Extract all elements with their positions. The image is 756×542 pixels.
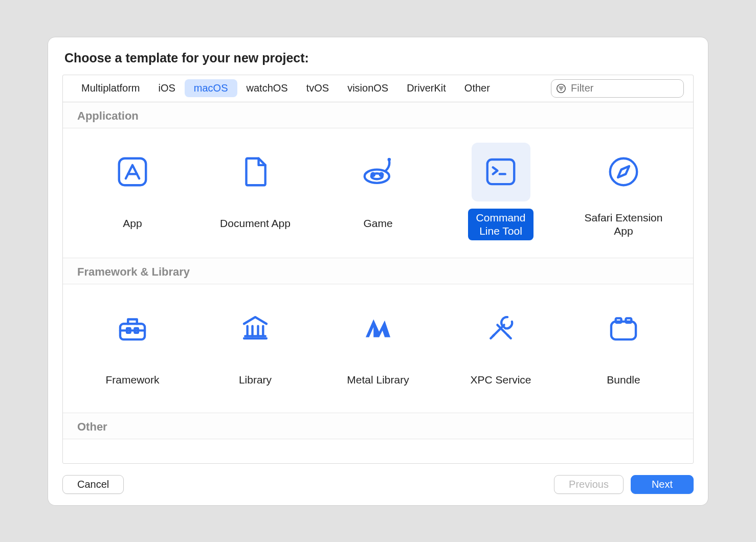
template-chooser-sheet: Choose a template for your new project: …	[48, 37, 708, 505]
chip-icon	[594, 454, 653, 463]
template-label: Framework	[97, 365, 167, 395]
template-label: Document App	[212, 209, 299, 239]
template-label: Command Line Tool	[468, 209, 534, 241]
tools-icon	[472, 299, 530, 357]
tab-macos[interactable]: macOS	[185, 79, 237, 97]
framework-grid: Framework Library	[63, 284, 693, 413]
template-label: App	[115, 209, 150, 239]
tab-visionos[interactable]: visionOS	[338, 79, 397, 97]
template-label: XPC Service	[462, 365, 539, 395]
template-game[interactable]: Game	[317, 139, 439, 245]
svg-point-13	[610, 159, 637, 186]
app-icon	[103, 143, 162, 201]
filter-input[interactable]	[570, 82, 679, 95]
template-library[interactable]: Library	[194, 295, 317, 399]
template-bundle[interactable]: Bundle	[562, 295, 685, 399]
other-grid	[63, 439, 693, 463]
svg-rect-24	[611, 321, 636, 339]
toolbox-icon	[103, 299, 162, 357]
metal-icon	[349, 299, 408, 357]
speaker-icon	[103, 454, 162, 463]
tab-multiplatform[interactable]: Multiplatform	[72, 79, 149, 97]
next-button[interactable]: Next	[631, 475, 694, 494]
game-icon	[349, 143, 408, 201]
terminal-icon	[472, 143, 530, 201]
template-xpc-service[interactable]: XPC Service	[439, 295, 562, 399]
tab-driverkit[interactable]: DriverKit	[397, 79, 455, 97]
package-icon	[472, 454, 530, 463]
template-label: Bundle	[598, 365, 648, 395]
section-header-framework: Framework & Library	[63, 258, 693, 284]
template-other-3[interactable]	[317, 449, 439, 463]
template-framework[interactable]: Framework	[71, 295, 194, 399]
tab-other-platform[interactable]: Other	[455, 79, 499, 97]
svg-rect-4	[119, 159, 146, 186]
sheet-footer: Cancel Previous Next	[62, 464, 694, 494]
template-label: Safari Extension App	[576, 209, 671, 241]
library-icon	[226, 299, 285, 357]
template-label: Metal Library	[339, 365, 417, 395]
template-other-2[interactable]	[194, 449, 317, 463]
compass-icon	[594, 143, 653, 201]
template-label: Game	[355, 209, 401, 239]
svg-point-8	[371, 173, 374, 176]
template-other-4[interactable]	[439, 449, 562, 463]
svg-point-10	[388, 158, 391, 162]
template-metal-library[interactable]: Metal Library	[317, 295, 439, 399]
template-panel: Multiplatform iOS macOS watchOS tvOS vis…	[62, 75, 694, 464]
template-label: Library	[231, 365, 280, 395]
template-scroll[interactable]: Application App	[63, 102, 693, 463]
download-icon	[349, 454, 408, 463]
template-document-app[interactable]: Document App	[194, 139, 317, 245]
sheet-title: Choose a template for your new project:	[64, 51, 694, 65]
template-other-5[interactable]	[562, 449, 685, 463]
filter-field[interactable]	[551, 79, 684, 98]
filter-icon	[555, 83, 567, 94]
application-grid: App Document App	[63, 128, 693, 259]
svg-rect-11	[487, 160, 515, 184]
cancel-button[interactable]: Cancel	[62, 475, 124, 494]
template-command-line-tool[interactable]: Command Line Tool	[439, 139, 562, 245]
tab-ios[interactable]: iOS	[149, 79, 184, 97]
template-safari-extension-app[interactable]: Safari Extension App	[562, 139, 685, 245]
template-app[interactable]: App	[71, 139, 194, 245]
tab-tvos[interactable]: tvOS	[297, 79, 338, 97]
tab-watchos[interactable]: watchOS	[237, 79, 297, 97]
section-header-application: Application	[63, 102, 693, 128]
bundle-icon	[594, 299, 653, 357]
section-header-other: Other	[63, 413, 693, 439]
chip-icon	[226, 454, 285, 463]
platform-tabbar: Multiplatform iOS macOS watchOS tvOS vis…	[63, 75, 693, 102]
document-icon	[226, 143, 285, 201]
previous-button[interactable]: Previous	[554, 475, 624, 494]
template-other-1[interactable]	[71, 449, 194, 463]
svg-point-9	[380, 173, 383, 176]
